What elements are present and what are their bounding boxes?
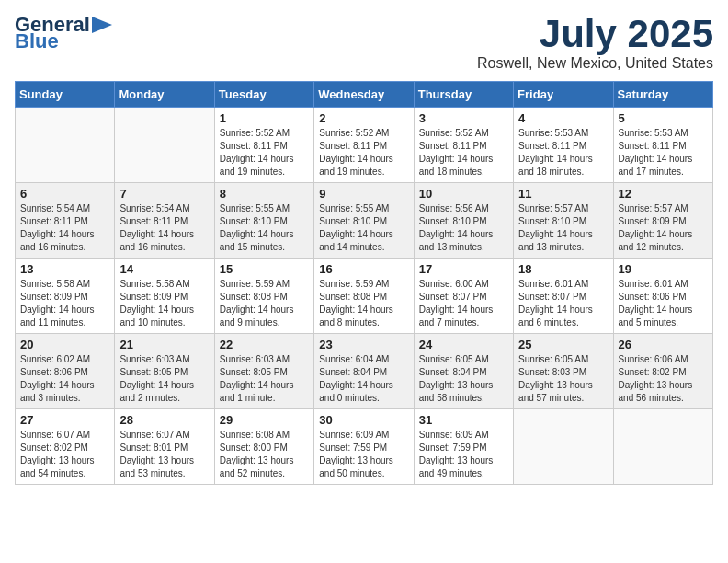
day-number: 28 (119, 413, 209, 427)
cell-daylight-info: Sunrise: 5:55 AM Sunset: 8:10 PM Dayligh… (319, 202, 408, 254)
logo-blue: Blue (15, 31, 59, 52)
calendar-cell: 14Sunrise: 5:58 AM Sunset: 8:09 PM Dayli… (115, 259, 214, 334)
day-number: 18 (518, 262, 608, 276)
calendar-week-row: 6Sunrise: 5:54 AM Sunset: 8:11 PM Daylig… (16, 183, 713, 259)
calendar-cell: 27Sunrise: 6:07 AM Sunset: 8:02 PM Dayli… (16, 409, 115, 485)
cell-daylight-info: Sunrise: 6:04 AM Sunset: 8:04 PM Dayligh… (319, 353, 408, 405)
logo: General Blue (15, 15, 112, 52)
calendar-week-row: 1Sunrise: 5:52 AM Sunset: 8:11 PM Daylig… (16, 108, 713, 183)
calendar-cell: 22Sunrise: 6:03 AM Sunset: 8:05 PM Dayli… (214, 334, 313, 409)
calendar-week-row: 27Sunrise: 6:07 AM Sunset: 8:02 PM Dayli… (16, 409, 713, 485)
cell-daylight-info: Sunrise: 6:05 AM Sunset: 8:03 PM Dayligh… (518, 353, 608, 405)
calendar-week-row: 13Sunrise: 5:58 AM Sunset: 8:09 PM Dayli… (16, 259, 713, 334)
calendar-cell: 29Sunrise: 6:08 AM Sunset: 8:00 PM Dayli… (214, 409, 313, 485)
cell-daylight-info: Sunrise: 6:02 AM Sunset: 8:06 PM Dayligh… (20, 353, 109, 405)
day-number: 27 (20, 413, 109, 427)
day-number: 20 (20, 338, 109, 351)
cell-daylight-info: Sunrise: 5:53 AM Sunset: 8:11 PM Dayligh… (518, 127, 608, 178)
day-number: 2 (319, 111, 408, 125)
calendar-cell: 31Sunrise: 6:09 AM Sunset: 7:59 PM Dayli… (414, 409, 513, 485)
cell-daylight-info: Sunrise: 5:52 AM Sunset: 8:11 PM Dayligh… (220, 127, 309, 178)
day-number: 25 (518, 338, 608, 351)
location-text: Roswell, New Mexico, United States (477, 55, 713, 72)
calendar-cell: 16Sunrise: 5:59 AM Sunset: 8:08 PM Dayli… (314, 259, 414, 334)
cell-daylight-info: Sunrise: 6:06 AM Sunset: 8:02 PM Dayligh… (619, 353, 708, 405)
calendar-cell: 21Sunrise: 6:03 AM Sunset: 8:05 PM Dayli… (115, 334, 214, 409)
calendar-cell: 5Sunrise: 5:53 AM Sunset: 8:11 PM Daylig… (613, 108, 712, 183)
cell-daylight-info: Sunrise: 6:09 AM Sunset: 7:59 PM Dayligh… (419, 429, 508, 480)
calendar-cell: 10Sunrise: 5:56 AM Sunset: 8:10 PM Dayli… (414, 183, 513, 259)
calendar-cell: 19Sunrise: 6:01 AM Sunset: 8:06 PM Dayli… (613, 259, 712, 334)
calendar-cell: 6Sunrise: 5:54 AM Sunset: 8:11 PM Daylig… (16, 183, 115, 259)
weekday-header-saturday: Saturday (613, 82, 712, 108)
cell-daylight-info: Sunrise: 6:01 AM Sunset: 8:07 PM Dayligh… (518, 278, 608, 329)
cell-daylight-info: Sunrise: 5:54 AM Sunset: 8:11 PM Dayligh… (20, 202, 109, 254)
day-number: 26 (619, 338, 708, 351)
calendar-week-row: 20Sunrise: 6:02 AM Sunset: 8:06 PM Dayli… (16, 334, 713, 409)
cell-daylight-info: Sunrise: 5:57 AM Sunset: 8:09 PM Dayligh… (619, 202, 708, 254)
day-number: 24 (419, 338, 508, 351)
cell-daylight-info: Sunrise: 5:52 AM Sunset: 8:11 PM Dayligh… (419, 127, 508, 178)
day-number: 22 (220, 338, 309, 351)
cell-daylight-info: Sunrise: 5:59 AM Sunset: 8:08 PM Dayligh… (220, 278, 309, 329)
calendar-cell: 30Sunrise: 6:09 AM Sunset: 7:59 PM Dayli… (314, 409, 414, 485)
cell-daylight-info: Sunrise: 5:57 AM Sunset: 8:10 PM Dayligh… (518, 202, 608, 254)
cell-daylight-info: Sunrise: 6:09 AM Sunset: 7:59 PM Dayligh… (319, 429, 408, 480)
logo-arrow-icon (92, 17, 112, 33)
calendar-cell (16, 108, 115, 183)
cell-daylight-info: Sunrise: 6:00 AM Sunset: 8:07 PM Dayligh… (419, 278, 508, 329)
cell-daylight-info: Sunrise: 6:05 AM Sunset: 8:04 PM Dayligh… (419, 353, 508, 405)
calendar-header-row: SundayMondayTuesdayWednesdayThursdayFrid… (16, 82, 713, 108)
weekday-header-sunday: Sunday (16, 82, 115, 108)
day-number: 21 (119, 338, 209, 351)
day-number: 12 (619, 187, 708, 201)
day-number: 1 (220, 111, 309, 125)
day-number: 17 (419, 262, 508, 276)
day-number: 8 (220, 187, 309, 201)
calendar-cell: 25Sunrise: 6:05 AM Sunset: 8:03 PM Dayli… (514, 334, 613, 409)
day-number: 4 (518, 111, 608, 125)
calendar-cell: 13Sunrise: 5:58 AM Sunset: 8:09 PM Dayli… (16, 259, 115, 334)
calendar-cell: 23Sunrise: 6:04 AM Sunset: 8:04 PM Dayli… (314, 334, 414, 409)
day-number: 13 (20, 262, 109, 276)
calendar-cell (613, 409, 712, 485)
calendar-cell: 3Sunrise: 5:52 AM Sunset: 8:11 PM Daylig… (414, 108, 513, 183)
cell-daylight-info: Sunrise: 6:03 AM Sunset: 8:05 PM Dayligh… (220, 353, 309, 405)
page-header: General Blue July 2025 Roswell, New Mexi… (15, 15, 713, 72)
cell-daylight-info: Sunrise: 5:54 AM Sunset: 8:11 PM Dayligh… (119, 202, 209, 254)
calendar-table: SundayMondayTuesdayWednesdayThursdayFrid… (15, 81, 713, 485)
calendar-cell: 28Sunrise: 6:07 AM Sunset: 8:01 PM Dayli… (115, 409, 214, 485)
calendar-cell: 15Sunrise: 5:59 AM Sunset: 8:08 PM Dayli… (214, 259, 313, 334)
weekday-header-thursday: Thursday (414, 82, 513, 108)
day-number: 3 (419, 111, 508, 125)
calendar-cell: 12Sunrise: 5:57 AM Sunset: 8:09 PM Dayli… (613, 183, 712, 259)
calendar-cell: 20Sunrise: 6:02 AM Sunset: 8:06 PM Dayli… (16, 334, 115, 409)
calendar-cell: 18Sunrise: 6:01 AM Sunset: 8:07 PM Dayli… (514, 259, 613, 334)
weekday-header-friday: Friday (514, 82, 613, 108)
cell-daylight-info: Sunrise: 6:07 AM Sunset: 8:02 PM Dayligh… (20, 429, 109, 480)
day-number: 5 (619, 111, 708, 125)
weekday-header-monday: Monday (115, 82, 214, 108)
cell-daylight-info: Sunrise: 6:03 AM Sunset: 8:05 PM Dayligh… (119, 353, 209, 405)
day-number: 11 (518, 187, 608, 201)
day-number: 29 (220, 413, 309, 427)
title-area: July 2025 Roswell, New Mexico, United St… (477, 15, 713, 72)
day-number: 6 (20, 187, 109, 201)
day-number: 10 (419, 187, 508, 201)
weekday-header-wednesday: Wednesday (314, 82, 414, 108)
cell-daylight-info: Sunrise: 5:52 AM Sunset: 8:11 PM Dayligh… (319, 127, 408, 178)
calendar-cell: 4Sunrise: 5:53 AM Sunset: 8:11 PM Daylig… (514, 108, 613, 183)
calendar-cell: 9Sunrise: 5:55 AM Sunset: 8:10 PM Daylig… (314, 183, 414, 259)
calendar-cell: 11Sunrise: 5:57 AM Sunset: 8:10 PM Dayli… (514, 183, 613, 259)
day-number: 30 (319, 413, 408, 427)
weekday-header-tuesday: Tuesday (214, 82, 313, 108)
cell-daylight-info: Sunrise: 5:59 AM Sunset: 8:08 PM Dayligh… (319, 278, 408, 329)
calendar-cell (514, 409, 613, 485)
day-number: 7 (119, 187, 209, 201)
cell-daylight-info: Sunrise: 5:55 AM Sunset: 8:10 PM Dayligh… (220, 202, 309, 254)
cell-daylight-info: Sunrise: 5:53 AM Sunset: 8:11 PM Dayligh… (619, 127, 708, 178)
calendar-cell: 1Sunrise: 5:52 AM Sunset: 8:11 PM Daylig… (214, 108, 313, 183)
day-number: 16 (319, 262, 408, 276)
svg-marker-0 (92, 17, 112, 33)
cell-daylight-info: Sunrise: 5:56 AM Sunset: 8:10 PM Dayligh… (419, 202, 508, 254)
